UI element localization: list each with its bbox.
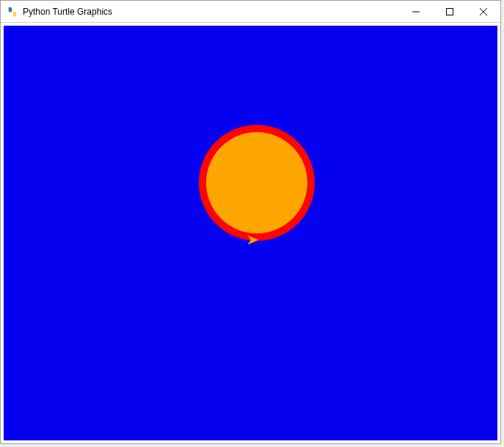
frame-edge-right — [501, 0, 504, 447]
maximize-button[interactable] — [433, 1, 467, 23]
svg-line-2 — [480, 8, 487, 15]
svg-rect-1 — [447, 9, 453, 15]
minimize-button[interactable] — [399, 1, 433, 23]
app-window: Python Turtle Graphics — [0, 0, 501, 444]
svg-marker-4 — [248, 236, 258, 244]
canvas-container — [4, 26, 497, 440]
titlebar[interactable]: Python Turtle Graphics — [1, 1, 500, 23]
close-button[interactable] — [467, 1, 500, 23]
app-icon — [7, 6, 18, 18]
svg-line-3 — [480, 8, 487, 15]
turtle-cursor-icon — [248, 236, 260, 247]
turtle-canvas — [4, 26, 497, 440]
frame-edge-bottom — [0, 444, 504, 447]
window-controls — [399, 1, 500, 22]
circle-fill — [206, 132, 307, 233]
window-title: Python Turtle Graphics — [23, 1, 399, 23]
